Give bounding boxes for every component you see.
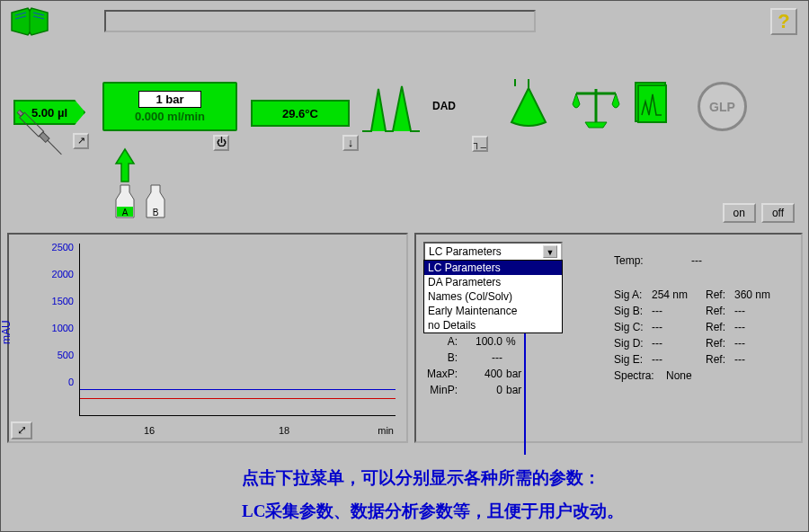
x-tick: 16 xyxy=(144,425,155,436)
logbook-icon[interactable] xyxy=(10,5,50,37)
off-button[interactable]: off xyxy=(761,203,795,223)
dropdown-list: LC Parameters DA Parameters Names (Col/S… xyxy=(423,260,563,333)
chevron-down-icon[interactable]: ▼ xyxy=(543,245,557,258)
x-tick: 18 xyxy=(279,425,289,436)
param-a: A:100.0% xyxy=(427,335,607,348)
solvent-bottle-a[interactable]: A xyxy=(112,183,138,221)
x-axis-label: min xyxy=(378,425,394,436)
param-temp: Temp:--- xyxy=(614,254,794,267)
signal-blue-line xyxy=(80,389,396,390)
y-axis-label: mAU xyxy=(0,320,13,344)
y-tick: 1500 xyxy=(47,296,74,306)
pump-module[interactable]: 1 bar 0.000 ml/min xyxy=(102,82,237,131)
param-sigc: Sig C:---Ref:--- xyxy=(614,321,794,333)
y-tick: 2500 xyxy=(47,242,74,253)
on-off-group: on off xyxy=(723,203,795,223)
dropdown-item[interactable]: LC Parameters xyxy=(424,261,562,275)
pump-flow-value: 0.000 ml/min xyxy=(135,110,205,123)
y-tick: 2000 xyxy=(47,269,74,279)
svg-text:A: A xyxy=(122,208,129,217)
solvent-arrow-icon xyxy=(114,147,136,186)
detector-label: DAD xyxy=(432,100,456,112)
injector-expand-button[interactable]: ↗ xyxy=(73,133,89,149)
annotation-line-2: LC采集参数、数据分析参数等，且便于用户改动。 xyxy=(242,500,624,523)
y-tick: 1000 xyxy=(47,323,74,333)
method-title-field[interactable] xyxy=(104,10,536,32)
report-icon[interactable] xyxy=(635,82,666,122)
pump-pressure-value: 1 bar xyxy=(138,91,200,108)
svg-text:B: B xyxy=(153,208,159,217)
param-sige: Sig E:---Ref:--- xyxy=(614,353,794,366)
dropdown-item[interactable]: Early Maintenance xyxy=(424,304,562,318)
instrument-diagram: 5.00 µl ↗ 1 bar 0.000 ml/min ⏻ A B 29.6°… xyxy=(1,50,808,230)
dropdown-item[interactable]: DA Parameters xyxy=(424,275,562,289)
param-siga: Sig A:254 nmRef:360 nm xyxy=(614,288,794,301)
parameter-view-dropdown[interactable]: LC Parameters ▼ LC Parameters DA Paramet… xyxy=(423,242,563,262)
param-maxp: MaxP:400bar xyxy=(427,368,607,380)
y-tick: 0 xyxy=(47,377,74,387)
dropdown-selected-label: LC Parameters xyxy=(429,245,502,258)
solvent-bottle-b[interactable]: B xyxy=(143,183,168,221)
glp-icon[interactable]: GLP xyxy=(698,82,747,131)
zoom-reset-button[interactable]: ⤢ xyxy=(11,421,32,439)
svg-line-3 xyxy=(48,140,62,155)
column-down-button[interactable]: ↓ xyxy=(342,135,359,151)
param-sigd: Sig D:---Ref:--- xyxy=(614,337,794,350)
dropdown-item[interactable]: no Details xyxy=(424,318,562,332)
on-button[interactable]: on xyxy=(723,203,756,223)
dropdown-item[interactable]: Names (Col/Solv) xyxy=(424,289,562,304)
parameter-panel: LC Parameters ▼ LC Parameters DA Paramet… xyxy=(414,233,803,443)
svg-rect-0 xyxy=(17,110,23,116)
plot-area[interactable] xyxy=(79,244,396,416)
top-toolbar: ? xyxy=(1,1,808,46)
detector-step-button[interactable]: ┐_ xyxy=(472,136,488,152)
balance-icon[interactable] xyxy=(569,84,623,132)
y-tick: 500 xyxy=(47,350,74,360)
annotation-line-1: 点击下拉菜单，可以分别显示各种所需的参数： xyxy=(242,466,600,490)
column-oven-module[interactable]: 29.6°C xyxy=(251,100,350,127)
param-spectra: Spectra:None xyxy=(614,369,794,382)
svg-rect-11 xyxy=(638,85,666,122)
param-sigb: Sig B:---Ref:--- xyxy=(614,305,794,317)
pump-power-button[interactable]: ⏻ xyxy=(213,135,229,151)
signal-plot-panel: mAU 2500 2000 1500 1000 500 0 16 18 min … xyxy=(7,233,408,443)
param-minp: MinP:0bar xyxy=(427,384,607,396)
param-b: B:--- xyxy=(427,351,607,364)
signal-red-line xyxy=(80,398,396,399)
calibration-icon[interactable] xyxy=(506,77,551,129)
help-icon[interactable]: ? xyxy=(770,8,797,35)
